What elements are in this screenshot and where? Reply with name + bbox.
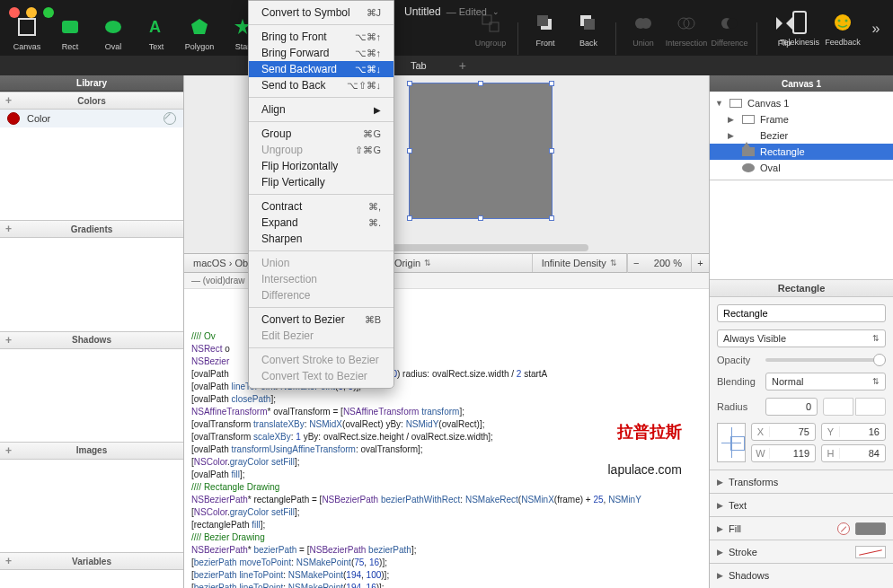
anchor-widget[interactable] [717, 423, 746, 462]
svg-point-22 [838, 20, 841, 22]
bezier-icon [742, 131, 755, 140]
phone-icon [788, 11, 811, 34]
context-menu: Convert to Symbol⌘JBring to Front⌥⌘↑Brin… [248, 0, 394, 389]
zoom-in-button[interactable]: + [691, 253, 709, 273]
tool-feedback[interactable]: Feedback [823, 11, 862, 47]
tool-difference: Difference [710, 12, 749, 55]
corner-btn[interactable] [823, 398, 853, 416]
resize-handle[interactable] [549, 81, 554, 86]
menu-item[interactable]: Convert to Symbol⌘J [249, 4, 393, 21]
section-colors[interactable]: +Colors [0, 92, 183, 110]
tool-union: Union [623, 12, 663, 55]
oval-icon [742, 163, 755, 172]
resize-handle[interactable] [407, 81, 412, 86]
selected-rectangle[interactable] [409, 83, 553, 219]
polygon-icon [188, 15, 211, 39]
section-shadows[interactable]: +Shadows [0, 331, 183, 349]
section-stroke[interactable]: ▶Stroke [710, 540, 893, 563]
menu-item[interactable]: Bring to Front⌥⌘↑ [249, 29, 393, 45]
zoom-value[interactable]: 200 % [645, 258, 691, 268]
w-input[interactable]: W119 [751, 444, 816, 462]
svg-point-2 [105, 21, 121, 33]
minimize-button[interactable] [26, 7, 37, 18]
no-fill-icon[interactable] [837, 522, 850, 535]
target-icon[interactable] [164, 112, 176, 125]
tool-polygon[interactable]: Polygon [180, 15, 219, 51]
canvas-icon [729, 99, 742, 108]
window-controls [9, 7, 54, 18]
tab-strip: Tab + [0, 56, 893, 75]
tree-row-canvas[interactable]: ▼Canvas 1 [710, 95, 893, 111]
menu-item[interactable]: Flip Horizontally [249, 158, 393, 174]
menu-item[interactable]: Expand⌘. [249, 215, 393, 231]
resize-handle[interactable] [407, 215, 412, 221]
section-gradients[interactable]: +Gradients [0, 220, 183, 238]
density-selector[interactable]: Infinite Density⇅ [533, 254, 627, 272]
toolbar-overflow[interactable]: » [866, 17, 886, 40]
section-images[interactable]: +Images [0, 442, 183, 460]
tree-row-bezier[interactable]: ▶Bezier [710, 127, 893, 144]
add-tab-button[interactable]: + [443, 56, 482, 75]
fill-swatch[interactable] [855, 522, 886, 535]
menu-item[interactable]: Flip Vertically [249, 174, 393, 190]
resize-handle[interactable] [478, 81, 483, 86]
menu-item[interactable]: Convert to Bezier⌘B [249, 312, 393, 328]
tree-row-frame[interactable]: ▶Frame [710, 111, 893, 127]
visibility-select[interactable]: Always Visible⇅ [717, 329, 886, 347]
section-fill[interactable]: ▶Fill [710, 516, 893, 540]
radius-input[interactable]: 0 [765, 398, 818, 416]
resize-handle[interactable] [549, 215, 554, 221]
watermark: 拉普拉斯 lapulace.com [608, 400, 683, 501]
h-input[interactable]: H84 [821, 444, 886, 462]
tool-canvas[interactable]: Canvas [7, 15, 47, 51]
section-text[interactable]: ▶Text [710, 493, 893, 516]
section-shadows[interactable]: ▶Shadows [710, 563, 893, 586]
section-transforms[interactable]: ▶Transforms [710, 470, 893, 493]
horizontal-scrollbar[interactable] [373, 244, 588, 251]
tool-oval[interactable]: Oval [93, 15, 133, 51]
blending-select[interactable]: Normal⇅ [765, 373, 886, 391]
svg-rect-20 [793, 12, 806, 33]
opacity-slider[interactable] [765, 358, 886, 362]
menu-item[interactable]: Bring Forward⌥⌘↑ [249, 45, 393, 61]
resize-handle[interactable] [407, 148, 412, 154]
resize-handle[interactable] [478, 215, 483, 221]
tree-row-rectangle[interactable]: Rectangle [710, 144, 893, 160]
tool-rect[interactable]: Rect [50, 15, 90, 51]
tool-intersection: Intersection [667, 12, 706, 55]
tool-back[interactable]: Back [569, 12, 608, 55]
close-button[interactable] [9, 7, 20, 18]
menu-item: Convert Stroke to Bezier [249, 352, 393, 368]
tree-row-oval[interactable]: Oval [710, 160, 893, 176]
menu-item[interactable]: Send Backward⌥⌘↓ [249, 61, 393, 77]
resize-handle[interactable] [549, 148, 554, 154]
x-input[interactable]: X75 [751, 423, 816, 441]
maximize-button[interactable] [43, 7, 54, 18]
rect-icon [742, 147, 755, 156]
blending-row: Blending Normal⇅ [717, 373, 886, 391]
menu-item: Difference [249, 287, 393, 303]
tool-text[interactable]: A Text [137, 15, 176, 51]
toolbar: Canvas Rect Oval A Text Polygon Star Bez… [0, 0, 893, 56]
svg-marker-4 [191, 19, 208, 34]
inspector-panel: Canvas 1 ▼Canvas 1 ▶Frame ▶Bezier Rectan… [709, 75, 893, 588]
menu-item[interactable]: Sharpen [249, 231, 393, 247]
y-input[interactable]: Y16 [821, 423, 886, 441]
tab[interactable]: Tab [394, 56, 443, 75]
feedback-icon [831, 11, 854, 34]
tool-telekinesis[interactable]: Telekinesis [780, 11, 819, 47]
menu-item[interactable]: Contract⌘, [249, 198, 393, 215]
menu-item[interactable]: Send to Back⌥⇧⌘↓ [249, 77, 393, 93]
stroke-swatch[interactable] [855, 546, 886, 558]
tool-front[interactable]: Front [526, 12, 565, 55]
menu-item: Intersection [249, 271, 393, 287]
canvas-icon [15, 15, 39, 39]
menu-item[interactable]: Align▶ [249, 101, 393, 118]
zoom-out-button[interactable]: − [627, 253, 645, 273]
menu-item[interactable]: Group⌘G [249, 126, 393, 142]
section-variables[interactable]: +Variables [0, 552, 183, 570]
svg-rect-0 [19, 19, 35, 35]
color-item[interactable]: Color [0, 110, 183, 127]
corner-btn[interactable] [855, 398, 886, 416]
shape-name-input[interactable] [717, 304, 886, 322]
